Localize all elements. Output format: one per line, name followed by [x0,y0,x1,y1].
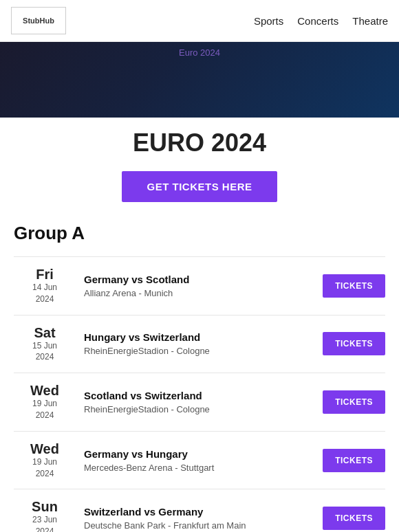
event-name: Germany vs Scotland [84,274,314,285]
event-venue: RheinEnergieStadion - Cologne [84,346,314,356]
main-nav: Sports Concerts Theatre [254,15,388,27]
event-info: Germany vs Scotland Allianz Arena - Muni… [76,274,323,298]
page-content: EURO 2024 GET TICKETS HERE Group A Fri 1… [0,129,399,532]
event-row: Wed 19 Jun2024 Germany vs Hungary Merced… [14,431,385,489]
event-info: Germany vs Hungary Mercedes-Benz Arena -… [76,448,323,473]
date-full: 19 Jun2024 [14,456,76,480]
stubhub-logo: StubHub [11,7,66,34]
tickets-button[interactable]: TICKETS [323,390,385,414]
date-day: Wed [14,383,76,398]
date-col: Wed 19 Jun2024 [14,441,76,480]
group-title: Group A [14,223,385,244]
logo-area: StubHub [11,7,66,34]
date-full: 19 Jun2024 [14,398,76,421]
event-row: Wed 19 Jun2024 Scotland vs Switzerland R… [14,373,385,431]
event-name: Germany vs Hungary [84,448,314,460]
event-venue: Mercedes-Benz Arena - Stuttgart [84,463,314,473]
date-col: Sun 23 Jun2024 [14,499,76,532]
nav-theatre[interactable]: Theatre [352,15,388,27]
event-name: Scotland vs Switzerland [84,390,314,401]
breadcrumb: Euro 2024 [179,47,220,58]
event-venue: RheinEnergieStadion - Cologne [84,404,314,414]
event-row: Fri 14 Jun2024 Germany vs Scotland Allia… [14,256,385,315]
event-info: Scotland vs Switzerland RheinEnergieStad… [76,390,323,414]
event-info: Hungary vs Switzerland RheinEnergieStadi… [76,331,323,356]
tickets-button[interactable]: TICKETS [323,332,385,355]
tickets-button[interactable]: TICKETS [323,449,385,472]
event-name: Switzerland vs Germany [84,506,314,518]
matches-list: Fri 14 Jun2024 Germany vs Scotland Allia… [14,256,385,532]
date-day: Wed [14,441,76,456]
date-col: Fri 14 Jun2024 [14,267,76,305]
event-venue: Deutsche Bank Park - Frankfurt am Main [84,520,314,531]
nav-sports[interactable]: Sports [254,15,283,27]
event-row: Sat 15 Jun2024 Hungary vs Switzerland Rh… [14,315,385,373]
logo-text: StubHub [23,16,54,25]
cta-wrap: GET TICKETS HERE [14,171,385,202]
date-day: Fri [14,267,76,282]
event-name: Hungary vs Switzerland [84,331,314,343]
tickets-button[interactable]: TICKETS [323,507,385,530]
event-row: Sun 23 Jun2024 Switzerland vs Germany De… [14,489,385,532]
date-day: Sun [14,499,76,514]
header: StubHub Sports Concerts Theatre [0,0,399,42]
date-col: Sat 15 Jun2024 [14,325,76,364]
date-day: Sat [14,325,76,340]
date-full: 23 Jun2024 [14,514,76,532]
hero-banner: Euro 2024 [0,42,399,118]
date-full: 15 Jun2024 [14,340,76,364]
event-venue: Allianz Arena - Munich [84,288,314,298]
date-full: 14 Jun2024 [14,282,76,305]
tickets-button[interactable]: TICKETS [323,274,385,298]
date-col: Wed 19 Jun2024 [14,383,76,421]
event-title: EURO 2024 [14,129,385,157]
nav-concerts[interactable]: Concerts [297,15,338,27]
get-tickets-cta[interactable]: GET TICKETS HERE [122,171,277,202]
event-info: Switzerland vs Germany Deutsche Bank Par… [76,506,323,531]
